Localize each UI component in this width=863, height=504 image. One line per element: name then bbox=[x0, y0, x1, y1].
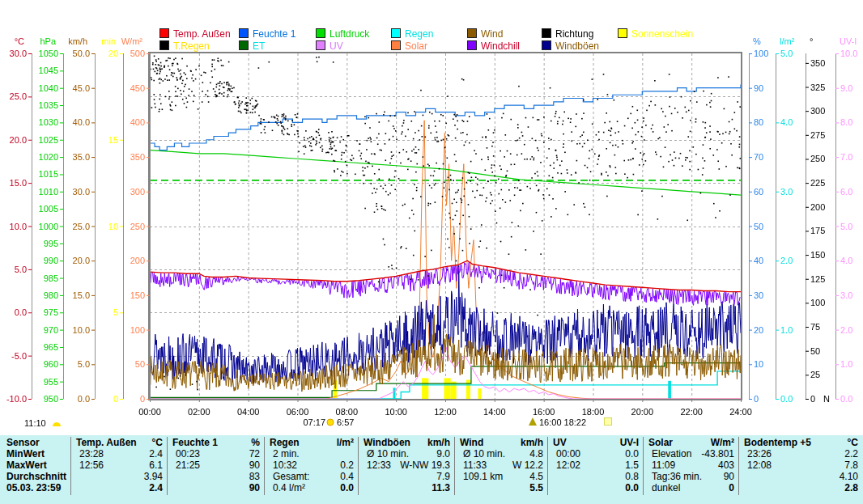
sonnenschein-color-box bbox=[618, 28, 627, 38]
stats-col-unit: l/m² bbox=[270, 438, 354, 448]
legend-label: Feuchte 1 bbox=[253, 28, 295, 40]
legend-item-wind: Wind bbox=[467, 28, 503, 39]
legend-item-solar: Solar bbox=[391, 40, 427, 51]
legend-label: Regen bbox=[405, 28, 433, 40]
column-separator bbox=[547, 437, 548, 495]
stats-col-unit: % bbox=[172, 438, 260, 448]
legend-label: Windböen bbox=[555, 40, 599, 52]
stat-value: 0.0 bbox=[270, 483, 354, 493]
windchill-color-box bbox=[467, 40, 477, 50]
stats-row-label: MaxWert bbox=[6, 460, 47, 471]
stat-value: W 12.2 bbox=[460, 460, 543, 471]
wind-color-box bbox=[467, 28, 477, 38]
legend-item-luftdruck: Luftdruck bbox=[316, 28, 369, 39]
stat-value: 2.8 bbox=[744, 483, 858, 493]
stats-row-label: Durchschnitt bbox=[6, 472, 66, 482]
stat-value: W-NW 19.3 bbox=[363, 460, 450, 471]
stat-value: 3.94 bbox=[76, 472, 163, 482]
stats-column-feuchte-1: Feuchte 1%00:237221:25908390 bbox=[168, 435, 265, 497]
stats-row-label: 05.03. 23:59 bbox=[6, 483, 61, 493]
stat-value: 4.10 bbox=[744, 472, 858, 482]
column-separator bbox=[738, 437, 739, 495]
stats-column-regen: Regenl/m²2 min.10:320.2Gesamt:0.40.4 l/m… bbox=[265, 435, 359, 497]
legend-item-temp-au-en: Temp. Außen bbox=[159, 28, 231, 39]
stat-value: 5.5 bbox=[460, 483, 543, 493]
legend-item-richtung: Richtung bbox=[542, 28, 593, 39]
temp-au-en-color-box bbox=[159, 28, 169, 38]
stat-value: -43.801 bbox=[648, 449, 734, 460]
legend-item-windb-en: Windböen bbox=[542, 40, 599, 51]
regen-color-box bbox=[391, 28, 401, 38]
stat-value: 6.1 bbox=[76, 460, 163, 471]
et-color-box bbox=[239, 40, 249, 50]
stat-value: 0.8 bbox=[553, 472, 639, 482]
weather-chart-canvas bbox=[0, 0, 863, 435]
column-separator bbox=[643, 437, 644, 495]
stat-value: 90 bbox=[172, 483, 260, 493]
legend-item-uv: UV bbox=[316, 40, 343, 51]
legend-label: Sonnenschein bbox=[631, 28, 693, 40]
column-separator bbox=[454, 437, 455, 495]
luftdruck-color-box bbox=[316, 28, 325, 38]
column-separator bbox=[167, 437, 168, 495]
t-regen-color-box bbox=[159, 40, 169, 50]
stats-table: SensorMinWertMaxWertDurchschnitt05.03. 2… bbox=[0, 435, 863, 504]
legend-label: Solar bbox=[405, 40, 427, 52]
stats-col-unit: W/m² bbox=[648, 438, 734, 448]
stat-value: 0.0 bbox=[553, 449, 639, 460]
stats-col-unit: UV-I bbox=[553, 438, 639, 448]
stat-sub-label: 2 min. bbox=[273, 449, 300, 460]
legend-item-et: ET bbox=[239, 40, 265, 51]
stat-value: 0 bbox=[648, 483, 734, 493]
stat-value: 403 bbox=[648, 460, 734, 471]
stats-column-wind: Windkm/hØ 10 min.4.811:33W 12.2109.1 km4… bbox=[455, 435, 548, 497]
legend-label: UV bbox=[329, 40, 343, 52]
solar-color-box bbox=[391, 40, 401, 50]
legend-item-windchill: Windchill bbox=[467, 40, 520, 51]
legend-label: Luftdruck bbox=[329, 28, 369, 40]
stat-value: 1.5 bbox=[553, 460, 639, 471]
stat-value: 0.2 bbox=[270, 460, 354, 471]
legend-item-t-regen: T.Regen bbox=[159, 40, 210, 51]
stats-column-bodentemp-5: Bodentemp +5°C23:262.212:087.84.102.8 bbox=[739, 435, 863, 497]
weather-chart-window: Sonntag, 05.03.2023 Temp. AußenFeuchte 1… bbox=[0, 0, 863, 504]
stat-value: 90 bbox=[172, 460, 260, 471]
legend-label: Temp. Außen bbox=[173, 28, 231, 40]
chart-legend: Temp. AußenFeuchte 1LuftdruckRegenWindRi… bbox=[0, 0, 863, 53]
column-separator bbox=[264, 437, 265, 495]
stat-value: 7.9 bbox=[363, 472, 450, 482]
stats-col-unit: °C bbox=[76, 438, 163, 448]
stat-value: 83 bbox=[172, 472, 260, 482]
stats-row-label: MinWert bbox=[6, 449, 45, 460]
stat-value: 2.2 bbox=[744, 449, 858, 460]
legend-item-regen: Regen bbox=[391, 28, 433, 39]
stat-value: 72 bbox=[172, 449, 260, 460]
stats-column-uv: UVUV-I00:000.012:021.50.80.0 bbox=[548, 435, 644, 497]
legend-item-sonnenschein: Sonnenschein bbox=[618, 28, 693, 39]
column-separator bbox=[358, 437, 359, 495]
stats-column-temp-au-en: Temp. Außen°C23:282.412:566.13.942.4 bbox=[71, 435, 168, 497]
stats-col-unit: km/h bbox=[460, 438, 543, 448]
legend-label: ET bbox=[253, 40, 265, 52]
stats-header-sensor: Sensor bbox=[6, 438, 40, 448]
windb-en-color-box bbox=[542, 40, 551, 50]
feuchte-1-color-box bbox=[239, 28, 249, 38]
stats-column-solar: SolarW/m²Elevation-43.80111:09403Tag:36 … bbox=[644, 435, 739, 497]
stat-value: 0.4 bbox=[270, 472, 354, 482]
stat-value: 2.4 bbox=[76, 449, 163, 460]
legend-label: Wind bbox=[481, 28, 503, 40]
stats-column-windb-en: Windböenkm/hØ 10 min.9.012:33W-NW 19.37.… bbox=[359, 435, 455, 497]
richtung-color-box bbox=[542, 28, 551, 38]
stats-col-unit: km/h bbox=[363, 438, 450, 448]
stat-value: 0.0 bbox=[553, 483, 639, 493]
stat-value: 9.0 bbox=[363, 449, 450, 460]
stat-value: 2.4 bbox=[76, 483, 163, 493]
stat-value: 11.3 bbox=[363, 483, 450, 493]
legend-label: T.Regen bbox=[173, 40, 210, 52]
stat-value: 90 bbox=[648, 472, 734, 482]
uv-color-box bbox=[316, 40, 325, 50]
legend-label: Windchill bbox=[481, 40, 520, 52]
stat-value: 4.5 bbox=[460, 472, 543, 482]
stat-value: 4.8 bbox=[460, 449, 543, 460]
legend-label: Richtung bbox=[555, 28, 593, 40]
